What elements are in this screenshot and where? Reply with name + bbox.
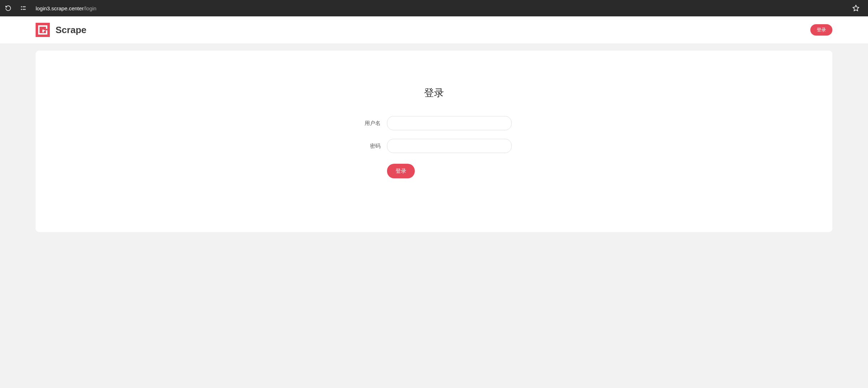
bookmark-star-icon[interactable] — [852, 5, 859, 12]
svg-rect-1 — [23, 6, 26, 7]
site-info-icon[interactable] — [19, 5, 28, 12]
username-label: 用户名 — [356, 120, 381, 127]
svg-point-2 — [21, 9, 22, 10]
submit-row: 登录 — [50, 164, 818, 178]
url-text[interactable]: login3.scrape.center/login — [36, 5, 845, 11]
password-input[interactable] — [387, 139, 512, 153]
url-host: login3.scrape.center — [36, 5, 84, 11]
logo-icon — [36, 23, 50, 37]
browser-address-bar: login3.scrape.center/login — [0, 0, 868, 16]
password-row: 密码 — [50, 139, 818, 153]
login-submit-button[interactable]: 登录 — [387, 164, 415, 178]
password-label: 密码 — [356, 143, 381, 150]
login-title: 登录 — [50, 86, 818, 100]
header-login-button[interactable]: 登录 — [810, 24, 832, 36]
main-content: 登录 用户名 密码 登录 — [0, 43, 868, 239]
svg-point-0 — [21, 6, 22, 7]
site-header: Scrape 登录 — [0, 16, 868, 43]
svg-marker-4 — [853, 5, 859, 11]
login-card: 登录 用户名 密码 登录 — [36, 51, 832, 232]
username-input[interactable] — [387, 116, 512, 130]
brand[interactable]: Scrape — [36, 23, 87, 37]
svg-rect-3 — [23, 9, 26, 10]
reload-icon[interactable] — [5, 5, 11, 11]
brand-name: Scrape — [56, 25, 87, 36]
url-path: /login — [84, 5, 96, 11]
username-row: 用户名 — [50, 116, 818, 130]
